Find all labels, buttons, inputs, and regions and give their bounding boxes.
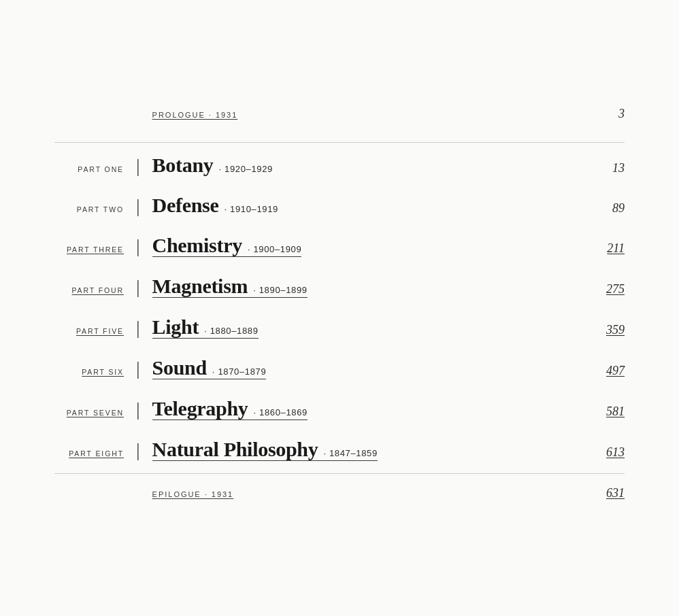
title-block-part-seven: Telegraphy· 1860–1869	[152, 398, 308, 420]
toc-left-part-one: PART ONE|Botany· 1920–1929	[54, 155, 584, 176]
part-title-part-four: Magnetism· 1890–1899	[152, 276, 308, 298]
title-text-prologue: PROLOGUE · 1931	[152, 111, 238, 119]
page-number-epilogue: 631	[584, 486, 625, 500]
page-number-part-four: 275	[584, 282, 625, 296]
toc-left-part-six: PART SIX|Sound· 1870–1879	[54, 358, 584, 379]
part-title-part-three: Chemistry· 1900–1909	[152, 235, 302, 257]
title-years-part-seven: · 1860–1869	[254, 407, 308, 417]
part-title-part-two: Defense· 1910–1919	[152, 195, 278, 216]
title-block-part-one: Botany· 1920–1929	[152, 155, 273, 176]
title-main-part-two: Defense	[152, 195, 219, 216]
part-title-part-one: Botany· 1920–1929	[152, 155, 273, 176]
title-main-part-six: Sound	[152, 358, 207, 378]
page-number-part-three: 211	[584, 241, 625, 256]
toc-left-part-seven: PART SEVEN|Telegraphy· 1860–1869	[54, 398, 584, 420]
title-text-epilogue: EPILOGUE · 1931	[152, 490, 234, 498]
divider-part-one: |	[136, 156, 140, 175]
title-block-part-six: Sound· 1870–1879	[152, 358, 267, 379]
part-label-part-six: PART SIX	[54, 368, 136, 376]
page-number-part-eight: 613	[584, 445, 625, 460]
title-years-part-four: · 1890–1899	[253, 285, 307, 295]
toc-left-part-two: PART TWO|Defense· 1910–1919	[54, 195, 584, 216]
title-years-part-eight: · 1847–1859	[323, 448, 377, 458]
part-title-part-eight: Natural Philosophy· 1847–1859	[152, 439, 378, 461]
title-years-part-one: · 1920–1929	[219, 164, 273, 174]
part-label-part-two: PART TWO	[54, 205, 136, 213]
title-block-epilogue: EPILOGUE · 1931	[152, 490, 234, 498]
part-label-part-eight: PART EIGHT	[54, 449, 136, 458]
page-number-part-five: 359	[584, 323, 625, 337]
toc-left-part-five: PART FIVE|Light· 1880–1889	[54, 317, 584, 339]
title-block-part-four: Magnetism· 1890–1899	[152, 276, 308, 298]
toc-row-part-eight[interactable]: PART EIGHT|Natural Philosophy· 1847–1859…	[54, 430, 625, 470]
divider-part-six: |	[136, 359, 140, 378]
title-years-part-six: · 1870–1879	[212, 366, 266, 377]
page-number-part-seven: 581	[584, 405, 625, 419]
page: |PROLOGUE · 19313PART ONE|Botany· 1920–1…	[0, 0, 679, 616]
part-title-part-seven: Telegraphy· 1860–1869	[152, 398, 308, 420]
toc-row-part-seven[interactable]: PART SEVEN|Telegraphy· 1860–1869581	[54, 389, 625, 430]
page-number-part-two: 89	[584, 201, 625, 216]
toc-left-prologue: |PROLOGUE · 1931	[54, 111, 584, 130]
part-label-part-one: PART ONE	[54, 165, 136, 173]
toc-left-part-four: PART FOUR|Magnetism· 1890–1899	[54, 276, 584, 298]
toc-row-part-five[interactable]: PART FIVE|Light· 1880–1889359	[54, 307, 625, 348]
part-title-part-five: Light· 1880–1889	[152, 317, 259, 339]
title-block-part-five: Light· 1880–1889	[152, 317, 259, 339]
title-main-part-one: Botany	[152, 155, 214, 175]
part-label-part-seven: PART SEVEN	[54, 409, 136, 417]
toc-left-part-three: PART THREE|Chemistry· 1900–1909	[54, 235, 584, 257]
part-label-part-four: PART FOUR	[54, 286, 136, 294]
title-main-part-five: Light	[152, 317, 199, 337]
title-main-part-four: Magnetism	[152, 276, 248, 296]
title-block-prologue: PROLOGUE · 1931	[152, 111, 238, 119]
page-number-part-six: 497	[584, 364, 625, 378]
page-number-part-one: 13	[584, 161, 625, 175]
title-years-part-three: · 1900–1909	[248, 244, 301, 254]
title-block-part-eight: Natural Philosophy· 1847–1859	[152, 439, 378, 461]
title-main-part-three: Chemistry	[152, 235, 242, 256]
title-block-part-two: Defense· 1910–1919	[152, 195, 278, 216]
toc-row-prologue[interactable]: |PROLOGUE · 19313	[54, 97, 625, 139]
separator-0	[54, 142, 625, 143]
toc-row-part-two[interactable]: PART TWO|Defense· 1910–191989	[54, 186, 625, 226]
toc-row-part-one[interactable]: PART ONE|Botany· 1920–192913	[54, 146, 625, 186]
part-label-part-three: PART THREE	[54, 245, 136, 254]
divider-part-two: |	[136, 196, 140, 216]
table-of-contents: |PROLOGUE · 19313PART ONE|Botany· 1920–1…	[54, 97, 625, 519]
toc-row-part-three[interactable]: PART THREE|Chemistry· 1900–1909211	[54, 226, 625, 267]
title-main-part-eight: Natural Philosophy	[152, 439, 318, 460]
toc-row-part-four[interactable]: PART FOUR|Magnetism· 1890–1899275	[54, 267, 625, 307]
title-years-part-five: · 1880–1889	[204, 326, 258, 336]
divider-part-eight: |	[136, 441, 140, 460]
divider-part-seven: |	[136, 400, 140, 419]
part-label-part-five: PART FIVE	[54, 327, 136, 335]
toc-row-part-six[interactable]: PART SIX|Sound· 1870–1879497	[54, 348, 625, 389]
page-number-prologue: 3	[584, 107, 625, 121]
title-main-part-seven: Telegraphy	[152, 398, 248, 419]
toc-left-epilogue: |EPILOGUE · 1931	[54, 490, 584, 509]
divider-part-five: |	[136, 318, 140, 337]
title-block-part-three: Chemistry· 1900–1909	[152, 235, 302, 257]
divider-part-four: |	[136, 277, 140, 296]
toc-left-part-eight: PART EIGHT|Natural Philosophy· 1847–1859	[54, 439, 584, 461]
title-years-part-two: · 1910–1919	[224, 204, 278, 214]
part-title-part-six: Sound· 1870–1879	[152, 358, 267, 379]
toc-row-epilogue[interactable]: |EPILOGUE · 1931631	[54, 477, 625, 519]
separator-8	[54, 473, 625, 474]
divider-part-three: |	[136, 237, 140, 256]
